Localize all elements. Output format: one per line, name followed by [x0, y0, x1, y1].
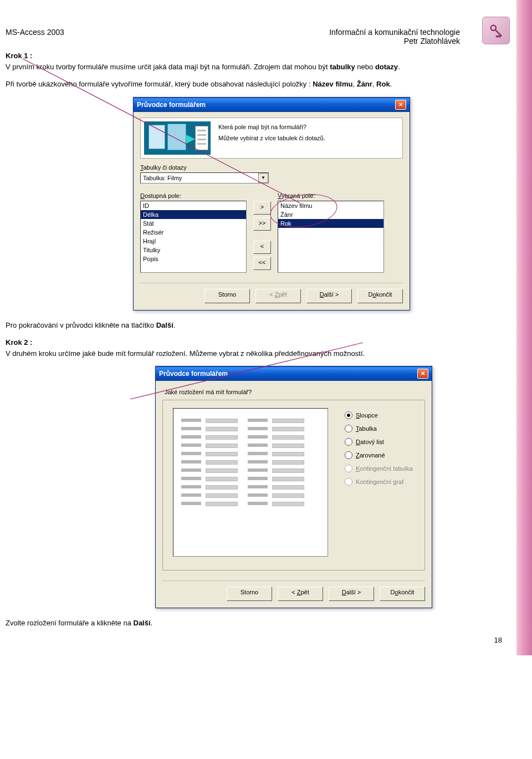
form-wizard-dialog-2: Průvodce formulářem ✕ Jaké rozložení má … [155, 366, 432, 608]
wizard-graphic-icon [144, 121, 211, 155]
header-subject: Informační a komunikační technologie [329, 28, 460, 37]
remove-all-button[interactable]: << [253, 257, 271, 270]
list-item[interactable]: Stát [141, 219, 246, 228]
step2-para: V druhém kroku určíme jaké bude mít form… [6, 349, 460, 359]
add-all-button[interactable]: >> [253, 217, 271, 231]
radio-label: Zarovnané [356, 452, 385, 459]
list-item[interactable]: ID [141, 201, 246, 210]
radio-label: Kontingenční graf [356, 478, 403, 485]
banner-question: Která pole mají být na formuláři? [218, 124, 398, 130]
finish-button[interactable]: Dokončit [380, 587, 425, 601]
header-author: Petr Zlatohlávek [329, 37, 460, 45]
remove-field-button[interactable]: < [253, 241, 271, 254]
titlebar: Průvodce formulářem ✕ [134, 98, 410, 112]
list-item[interactable]: Hrají [141, 237, 246, 246]
chevron-down-icon[interactable]: ▼ [258, 173, 268, 183]
step1-para1: V prvním kroku tvorby formuláře musíme u… [6, 62, 460, 72]
layout-radio[interactable]: Tabulka [345, 425, 413, 432]
layout-radio[interactable]: Sloupce [345, 411, 413, 419]
next-button[interactable]: Další > [306, 289, 352, 303]
radio-icon [345, 451, 352, 459]
combo-value: Tabulka: Filmy [141, 175, 258, 181]
form-wizard-dialog-1: Průvodce formulářem ✕ Která pole mají bý… [133, 97, 410, 310]
selected-fields-list[interactable]: Název filmuŽánrRok [278, 201, 384, 273]
radio-icon [345, 438, 352, 446]
selected-label: Vybraná pole: [278, 192, 403, 199]
banner-hint: Můžete vybírat z více tabulek či dotazů. [218, 135, 398, 141]
radio-icon [345, 465, 352, 472]
step1-heading: Krok 1 : [6, 51, 460, 61]
list-item[interactable]: Rok [278, 219, 383, 228]
step2-heading: Krok 2 : [6, 338, 460, 348]
list-item[interactable]: Titulky [141, 246, 246, 254]
continue-hint: Pro pokračování v průvodci klikněte na t… [6, 320, 460, 330]
layout-preview-area: SloupceTabulkaDatový listZarovnanéKontin… [162, 400, 425, 570]
add-field-button[interactable]: > [253, 201, 271, 215]
list-item[interactable]: Žánr [278, 210, 383, 219]
tables-combo[interactable]: Tabulka: Filmy ▼ [140, 172, 269, 184]
cancel-button[interactable]: Storno [204, 289, 250, 303]
layout-radio: Kontingenční graf [345, 478, 413, 486]
available-fields-list[interactable]: IDDélkaStátRežisérHrajíTitulkyPopis [140, 201, 247, 273]
radio-icon [345, 478, 352, 486]
radio-icon [345, 411, 352, 419]
list-item[interactable]: Popis [141, 254, 246, 263]
titlebar: Průvodce formulářem ✕ [156, 366, 432, 381]
step1-para2: Při tvorbě ukázkového formuláře vytvořím… [6, 79, 460, 89]
layout-radio: Kontingenční tabulka [345, 465, 413, 472]
close-icon[interactable]: ✕ [395, 100, 406, 110]
document-header: MS-Access 2003 Informační a komunikační … [6, 28, 526, 45]
header-right: Informační a komunikační technologie Pet… [329, 28, 460, 45]
layout-preview-icon [173, 408, 328, 557]
layout-radio-group: SloupceTabulkaDatový listZarovnanéKontin… [345, 408, 413, 557]
back-button[interactable]: < Zpět [278, 587, 323, 601]
radio-label: Sloupce [356, 412, 378, 419]
back-button: < Zpět [255, 289, 301, 303]
layout-radio[interactable]: Datový list [345, 438, 413, 446]
footer-hint: Zvolte rozložení formuláře a klikněte na… [6, 618, 460, 628]
radio-label: Tabulka [356, 425, 377, 432]
list-item[interactable]: Režisér [141, 228, 246, 237]
dialog-title: Průvodce formulářem [159, 370, 228, 378]
layout-radio[interactable]: Zarovnané [345, 451, 413, 459]
list-item[interactable]: Délka [141, 210, 246, 219]
radio-label: Datový list [356, 439, 384, 445]
available-label: Dostupná pole: [140, 192, 247, 199]
close-icon[interactable]: ✕ [417, 369, 428, 379]
dialog-title: Průvodce formulářem [137, 101, 206, 109]
tables-label: Tabulky či dotazy [140, 164, 403, 171]
radio-icon [345, 425, 352, 432]
list-item[interactable]: Název filmu [278, 201, 383, 210]
layout-question: Jaké rozložení má mít formulář? [165, 389, 425, 395]
wizard-banner: Která pole mají být na formuláři? Můžete… [140, 118, 403, 159]
next-button[interactable]: Další > [329, 587, 374, 601]
header-left: MS-Access 2003 [6, 28, 64, 45]
finish-button[interactable]: Dokončit [357, 289, 403, 303]
radio-label: Kontingenční tabulka [356, 465, 413, 472]
cancel-button[interactable]: Storno [227, 587, 272, 601]
page-number: 18 [6, 636, 526, 644]
